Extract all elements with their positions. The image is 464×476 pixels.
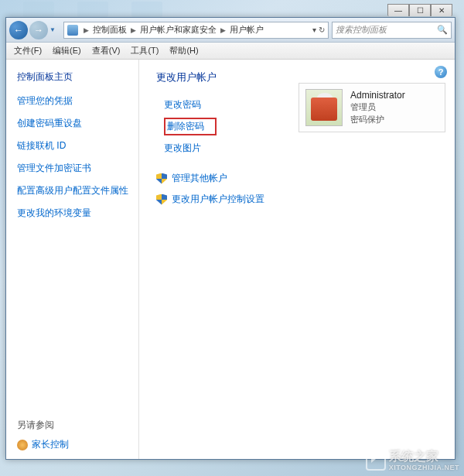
menu-view[interactable]: 查看(V) <box>89 43 124 58</box>
menu-file[interactable]: 文件(F) <box>11 43 45 58</box>
watermark-text: 系统之家 <box>389 450 438 463</box>
link-label: 更改用户帐户控制设置 <box>172 193 264 206</box>
menu-edit[interactable]: 编辑(E) <box>49 43 84 58</box>
sidebar-link-label: 家长控制 <box>32 438 69 451</box>
breadcrumb-user-accounts-family[interactable]: 用户帐户和家庭安全 <box>138 24 218 36</box>
content-area: 控制面板主页 管理您的凭据 创建密码重设盘 链接联机 ID 管理文件加密证书 配… <box>6 60 455 459</box>
shield-icon <box>156 173 167 184</box>
chevron-right-icon: ▶ <box>81 26 91 34</box>
sidebar-link-password-reset-disk[interactable]: 创建密码重设盘 <box>17 117 129 130</box>
menu-help[interactable]: 帮助(H) <box>166 43 201 58</box>
refresh-icon[interactable]: ↻ <box>319 26 325 34</box>
control-panel-window: — ☐ ✕ ← → ▼ ▶ 控制面板 ▶ 用户帐户和家庭安全 ▶ 用户帐户 ▾ … <box>5 17 455 460</box>
sidebar-link-manage-certificates[interactable]: 管理文件加密证书 <box>17 162 129 175</box>
desktop-icons <box>0 2 162 17</box>
parental-controls-icon <box>17 440 28 450</box>
sidebar-see-also-title: 另请参阅 <box>17 419 129 432</box>
action-change-picture[interactable]: 更改图片 <box>164 142 442 155</box>
sidebar-link-advanced-profile[interactable]: 配置高级用户配置文件属性 <box>17 184 129 197</box>
action-delete-password[interactable]: 删除密码 <box>164 118 217 135</box>
breadcrumb[interactable]: ▶ 控制面板 ▶ 用户帐户和家庭安全 ▶ 用户帐户 ▾ ↻ <box>63 22 329 39</box>
account-card: Administrator 管理员 密码保护 <box>299 83 445 132</box>
search-placeholder: 搜索控制面板 <box>336 24 387 36</box>
main-panel: ? 更改用户帐户 更改密码 删除密码 更改图片 管理其他帐户 更改用户帐户控制设… <box>139 60 455 459</box>
avatar <box>305 89 343 126</box>
chevron-right-icon: ▶ <box>128 26 138 34</box>
nav-history-dropdown[interactable]: ▼ <box>49 26 59 33</box>
link-label: 管理其他帐户 <box>172 172 227 185</box>
nav-forward-button[interactable]: → <box>29 21 48 39</box>
watermark-logo-icon <box>366 450 386 471</box>
navigation-bar: ← → ▼ ▶ 控制面板 ▶ 用户帐户和家庭安全 ▶ 用户帐户 ▾ ↻ 搜索控制… <box>6 18 455 43</box>
watermark-subtext: XITONGZHIJIA.NET <box>389 464 459 471</box>
maximize-button[interactable]: ☐ <box>409 4 431 16</box>
search-icon[interactable]: 🔍 <box>437 25 448 35</box>
minimize-button[interactable]: — <box>387 4 409 16</box>
watermark: 系统之家 XITONGZHIJIA.NET <box>366 449 459 471</box>
nav-back-button[interactable]: ← <box>9 21 28 39</box>
search-input[interactable]: 搜索控制面板 🔍 <box>332 22 452 39</box>
sidebar: 控制面板主页 管理您的凭据 创建密码重设盘 链接联机 ID 管理文件加密证书 配… <box>6 60 139 459</box>
chevron-down-icon[interactable]: ▾ <box>312 26 316 34</box>
help-icon[interactable]: ? <box>435 66 447 78</box>
sidebar-link-manage-credentials[interactable]: 管理您的凭据 <box>17 94 129 108</box>
sidebar-link-parental-controls[interactable]: 家长控制 <box>17 438 129 451</box>
breadcrumb-control-panel[interactable]: 控制面板 <box>91 24 128 36</box>
menu-tools[interactable]: 工具(T) <box>128 43 162 58</box>
shield-icon <box>156 194 167 205</box>
account-name: Administrator <box>350 90 405 101</box>
link-uac-settings[interactable]: 更改用户帐户控制设置 <box>156 193 442 206</box>
menu-bar: 文件(F) 编辑(E) 查看(V) 工具(T) 帮助(H) <box>6 43 455 60</box>
sidebar-link-env-variables[interactable]: 更改我的环境变量 <box>17 207 129 220</box>
account-role: 管理员 <box>350 101 405 113</box>
account-protection: 密码保护 <box>350 114 405 125</box>
breadcrumb-user-accounts[interactable]: 用户帐户 <box>228 24 265 36</box>
sidebar-title[interactable]: 控制面板主页 <box>17 70 129 84</box>
window-controls: — ☐ ✕ <box>387 4 452 16</box>
sidebar-link-link-online-id[interactable]: 链接联机 ID <box>17 139 129 152</box>
location-icon <box>67 25 78 36</box>
close-button[interactable]: ✕ <box>431 4 452 16</box>
chevron-right-icon: ▶ <box>218 26 228 34</box>
link-manage-other-accounts[interactable]: 管理其他帐户 <box>156 172 442 185</box>
